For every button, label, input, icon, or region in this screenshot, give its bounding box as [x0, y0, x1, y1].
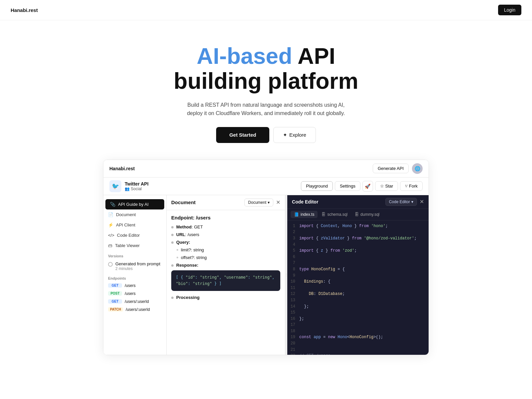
bullet: [171, 264, 174, 267]
get-started-button[interactable]: Get Started: [216, 127, 269, 143]
api-info: 🐦 Twitter API 👥 Social: [109, 180, 149, 192]
document-panel-header-right: Document ▾ ✕: [244, 199, 280, 206]
url-label: URL: /users: [176, 232, 199, 237]
badge-post: POST: [108, 291, 122, 296]
hero-title-api: API: [298, 43, 335, 68]
endpoint-path: /users: [125, 283, 136, 288]
bullet-small-2: [177, 257, 178, 258]
hero-buttons: Get Started ✦ Explore: [7, 127, 525, 143]
api-icon: 🐦: [109, 180, 121, 192]
version-label: Generated from prompt: [115, 261, 160, 266]
code-body: 12345 678910 1112131415 1617181920 21222…: [287, 220, 429, 355]
fork-button[interactable]: ⑂ Fork: [400, 181, 423, 191]
rocket-icon-button[interactable]: 🚀: [362, 181, 373, 192]
tab-label: index.ts: [301, 212, 314, 217]
version-time: 2 minutes: [115, 266, 160, 271]
doc-url-item: URL: /users: [171, 232, 280, 237]
doc-endpoint-title: Endpoint: /users: [171, 215, 280, 220]
code-editor-panel: Code Editor Code Editor ▾ ✕ 📘 index.ts 🗄…: [287, 195, 429, 355]
code-tab-schema-sql[interactable]: 🗄 schema.sql: [318, 211, 351, 218]
endpoint-path: /users/:userId: [126, 307, 150, 312]
code-selector-label: Code Editor: [389, 200, 410, 204]
schema-icon: 🗄: [322, 212, 326, 217]
document-panel-header: Document Document ▾ ✕: [167, 195, 285, 210]
query-params: limit?: string offset?: string: [177, 247, 280, 260]
tab-label: schema.sql: [327, 212, 347, 217]
code-editor-icon: </>: [108, 233, 114, 238]
line-numbers: 12345 678910 1112131415 1617181920 21222…: [287, 220, 298, 355]
response-code-block: [ { "id": "string", "username": "string"…: [171, 270, 280, 291]
avatar: 🌐: [412, 163, 423, 174]
fork-icon: ⑂: [405, 184, 408, 189]
explore-label: Explore: [289, 132, 306, 138]
endpoints-section-title: Endpoints: [103, 273, 166, 282]
hero-subtitle: Build a REST API from natural language a…: [180, 101, 352, 118]
chevron-down-icon: ▾: [268, 200, 270, 205]
tab-playground[interactable]: Playground: [301, 181, 333, 191]
query-param-offset: offset?: string: [177, 255, 280, 260]
sidebar-item-table-viewer[interactable]: 🗃 Table Viewer: [103, 240, 166, 251]
bullet: [171, 241, 174, 244]
login-button[interactable]: Login: [498, 5, 521, 15]
app-header: Hanabi.rest Generate API 🌐: [103, 160, 429, 178]
query-param-limit: limit?: string: [177, 247, 280, 252]
endpoint-path: /users: [125, 291, 136, 296]
bullet: [171, 226, 174, 228]
navbar: Hanabi.rest Login: [0, 0, 532, 20]
hero-title-line2: building platform: [174, 68, 358, 93]
endpoint-post-users[interactable]: POST /users: [103, 290, 166, 298]
sidebar-api-client-label: API Client: [116, 222, 135, 227]
method-label: Method: GET: [176, 224, 203, 229]
document-panel: Document Document ▾ ✕ Endpoint: /users M…: [167, 195, 285, 355]
explore-button[interactable]: ✦ Explore: [273, 127, 316, 143]
star-icon: ☆: [380, 184, 384, 189]
code-panel-title: Code Editor: [292, 199, 318, 204]
code-editor-selector[interactable]: Code Editor ▾: [385, 198, 417, 206]
doc-query-item: Query:: [171, 240, 280, 245]
api-category: 👥 Social: [125, 187, 149, 191]
star-button[interactable]: ☆ Star: [375, 181, 398, 191]
sidebar-item-document[interactable]: 📄 Document: [103, 209, 166, 220]
code-content: import { Context, Hono } from 'hono'; im…: [298, 220, 429, 355]
endpoint-get-users[interactable]: GET /users: [103, 282, 166, 290]
document-selector-label: Document: [248, 200, 266, 205]
query-label: Query:: [176, 240, 190, 245]
navbar-brand: Hanabi.rest: [11, 7, 38, 13]
endpoint-patch-user[interactable]: PATCH /users/:userId: [103, 306, 166, 314]
code-tab-dummy-sql[interactable]: 🗄 dummy.sql: [351, 211, 383, 218]
code-tab-index-ts[interactable]: 📘 index.ts: [291, 211, 318, 218]
tab-buttons: Playground Settings 🚀 ☆ Star ⑂ Fork: [301, 181, 423, 192]
response-code: [ { "id": "string", "username": "string"…: [176, 275, 274, 286]
document-icon: 📄: [108, 212, 113, 217]
version-details: Generated from prompt 2 minutes: [115, 261, 160, 271]
table-viewer-icon: 🗃: [108, 243, 112, 248]
sidebar-code-editor-label: Code Editor: [117, 233, 140, 238]
document-selector[interactable]: Document ▾: [244, 199, 273, 206]
doc-method-item: Method: GET: [171, 224, 280, 229]
api-name: Twitter API: [125, 181, 149, 187]
document-close-button[interactable]: ✕: [276, 199, 280, 205]
chevron-down-icon-code: ▾: [411, 200, 413, 204]
query-limit: limit?: string: [181, 247, 204, 252]
sidebar-document-label: Document: [116, 212, 136, 217]
sidebar-table-viewer-label: Table Viewer: [115, 243, 140, 248]
tab-settings[interactable]: Settings: [335, 181, 360, 191]
code-panel-header: Code Editor Code Editor ▾ ✕: [287, 195, 429, 209]
document-content: Endpoint: /users Method: GET URL: /users…: [167, 210, 285, 355]
sidebar-item-code-editor[interactable]: </> Code Editor: [103, 230, 166, 240]
code-panel-close-button[interactable]: ✕: [420, 199, 424, 205]
bullet: [171, 297, 174, 299]
endpoint-get-user-by-id[interactable]: GET /users/:userId: [103, 298, 166, 306]
app-tabs-bar: 🐦 Twitter API 👥 Social Playground Settin…: [103, 178, 429, 195]
badge-get-2: GET: [108, 299, 122, 304]
sidebar-item-api-guide[interactable]: 📎 API Guide by AI: [105, 199, 164, 209]
tab-label: dummy.sql: [360, 212, 379, 217]
dummy-icon: 🗄: [355, 212, 359, 217]
sidebar-item-api-client[interactable]: ⚡ API Client: [103, 220, 166, 230]
ts-icon: 📘: [294, 212, 299, 217]
star-label: Star: [385, 184, 393, 189]
generate-api-button[interactable]: Generate API: [373, 164, 409, 173]
api-client-icon: ⚡: [108, 222, 113, 227]
app-header-brand: Hanabi.rest: [109, 166, 135, 171]
bullet: [171, 234, 174, 236]
